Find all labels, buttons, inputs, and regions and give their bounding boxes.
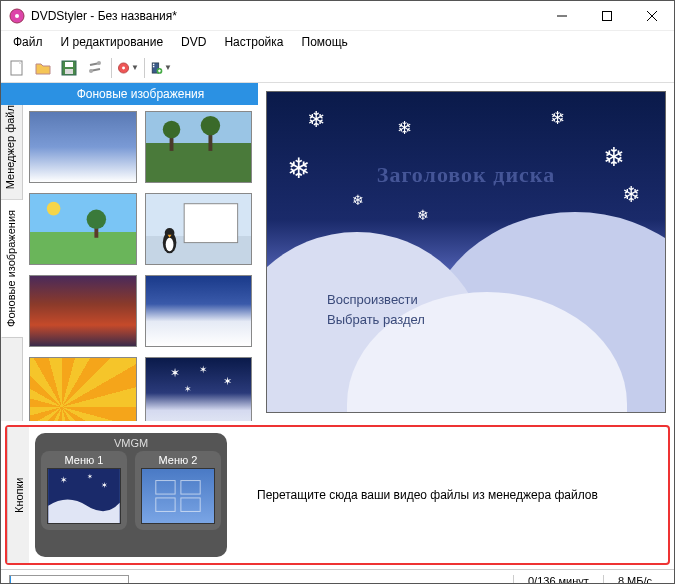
backgrounds-grid[interactable]: ✶✶✶✶	[23, 105, 258, 421]
svg-rect-12	[153, 63, 154, 64]
menu-option-select[interactable]: Выбрать раздел	[327, 312, 425, 327]
vmgm-group: VMGM Меню 1 ✶✶✶ Меню 2	[35, 433, 227, 557]
bg-thumb[interactable]	[145, 111, 253, 183]
status-bitrate: 8 МБ/с	[603, 575, 666, 585]
add-file-button[interactable]: ▼	[149, 56, 173, 80]
menu-thumb	[141, 468, 215, 524]
window-title: DVDStyler - Без названия*	[31, 9, 539, 23]
preview-pane: ❄ ❄ ❄ ❄ ❄ ❄ ❄ ❄ ❄ Заголовок диска Воспро…	[258, 83, 674, 421]
side-tabs: Менеджер файлов Фоновые изображения	[1, 83, 23, 421]
menu-help[interactable]: Помощь	[294, 33, 356, 51]
statusbar: 0/136 минут 8 МБ/с	[1, 569, 674, 584]
bg-thumb[interactable]: ✶✶✶✶	[145, 357, 253, 421]
new-button[interactable]	[5, 56, 29, 80]
main-area: Менеджер файлов Фоновые изображения Фоно…	[1, 83, 674, 421]
svg-point-18	[200, 116, 219, 135]
menu-settings[interactable]: Настройка	[216, 33, 291, 51]
menu-card-label: Меню 2	[141, 454, 215, 468]
maximize-button[interactable]	[584, 1, 629, 31]
svg-rect-37	[181, 498, 200, 512]
svg-point-21	[87, 210, 106, 229]
chevron-down-icon: ▼	[131, 63, 139, 72]
sidetab-backgrounds[interactable]: Фоновые изображения	[1, 200, 23, 338]
toolbar-separator	[144, 58, 145, 78]
svg-text:✶: ✶	[184, 384, 192, 394]
status-duration: 0/136 минут	[513, 575, 603, 585]
svg-point-16	[162, 121, 180, 139]
svg-text:✶: ✶	[223, 375, 232, 387]
svg-text:✶: ✶	[101, 481, 108, 490]
preview-surface[interactable]: ❄ ❄ ❄ ❄ ❄ ❄ ❄ ❄ ❄ Заголовок диска Воспро…	[266, 91, 666, 413]
svg-rect-2	[602, 11, 611, 20]
svg-point-7	[97, 61, 101, 65]
menu-dvd[interactable]: DVD	[173, 33, 214, 51]
save-button[interactable]	[57, 56, 81, 80]
open-button[interactable]	[31, 56, 55, 80]
svg-text:✶: ✶	[87, 473, 93, 480]
app-icon	[9, 8, 25, 24]
bg-thumb[interactable]	[145, 275, 253, 347]
menu-file[interactable]: Файл	[5, 33, 51, 51]
svg-rect-6	[65, 69, 73, 74]
svg-text:✶: ✶	[60, 475, 68, 485]
menu-thumb: ✶✶✶	[47, 468, 121, 524]
close-button[interactable]	[629, 1, 674, 31]
vmgm-label: VMGM	[41, 437, 221, 451]
backgrounds-header: Фоновые изображения	[23, 83, 258, 105]
svg-point-1	[15, 14, 19, 18]
bg-thumb[interactable]	[29, 357, 137, 421]
svg-rect-36	[156, 498, 175, 512]
menu-card-1[interactable]: Меню 1 ✶✶✶	[41, 451, 127, 530]
titlebar: DVDStyler - Без названия*	[1, 1, 674, 31]
svg-rect-13	[153, 65, 154, 66]
svg-point-24	[165, 238, 173, 252]
minimize-button[interactable]	[539, 1, 584, 31]
svg-rect-22	[184, 204, 237, 243]
bg-thumb[interactable]	[29, 193, 137, 265]
burn-button[interactable]: ▼	[116, 56, 140, 80]
chevron-down-icon: ▼	[164, 63, 172, 72]
menubar: Файл И редактирование DVD Настройка Помо…	[1, 31, 674, 53]
backgrounds-panel: Фоновые изображения ✶✶✶✶	[23, 83, 258, 421]
menu-card-2[interactable]: Меню 2	[135, 451, 221, 530]
toolbar: ▼ ▼	[1, 53, 674, 83]
toolbar-separator	[111, 58, 112, 78]
disc-title[interactable]: Заголовок диска	[267, 162, 665, 188]
svg-point-19	[47, 202, 61, 216]
svg-rect-5	[65, 62, 73, 67]
timeline-strip: Кнопки VMGM Меню 1 ✶✶✶ Меню 2 Перетащите…	[5, 425, 670, 565]
svg-text:✶: ✶	[169, 366, 179, 379]
size-progress-bar	[9, 575, 129, 585]
settings-button[interactable]	[83, 56, 107, 80]
bg-thumb[interactable]	[29, 275, 137, 347]
drop-hint-text[interactable]: Перетащите сюда ваши видео файлы из мене…	[227, 433, 662, 557]
svg-point-10	[122, 66, 125, 69]
menu-edit[interactable]: И редактирование	[53, 33, 172, 51]
bg-thumb[interactable]	[29, 111, 137, 183]
svg-point-8	[89, 69, 93, 73]
sidetab-buttons[interactable]: Кнопки	[7, 427, 29, 563]
menu-option-play[interactable]: Воспроизвести	[327, 292, 418, 307]
svg-rect-35	[181, 481, 200, 495]
menu-card-label: Меню 1	[47, 454, 121, 468]
svg-rect-34	[156, 481, 175, 495]
bg-thumb[interactable]	[145, 193, 253, 265]
svg-text:✶: ✶	[198, 364, 206, 375]
